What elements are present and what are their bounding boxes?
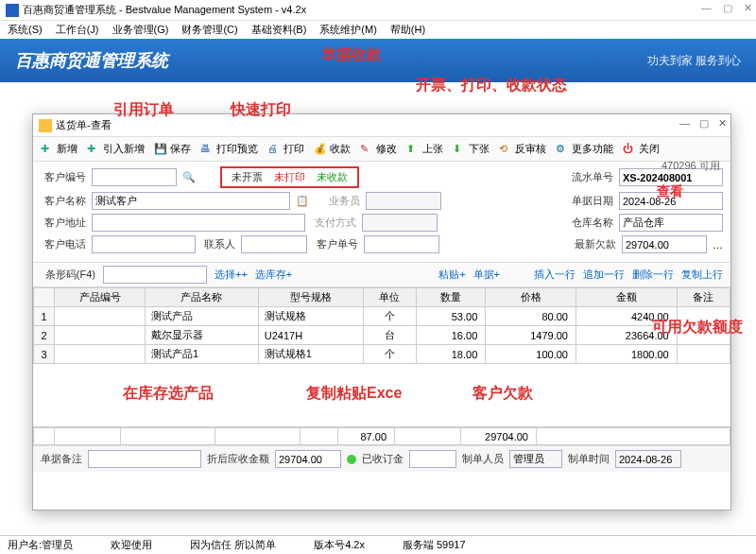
single-link[interactable]: 单据+ [473,268,500,282]
dialog-icon [39,119,52,132]
deposit-label: 已收订金 [362,452,404,466]
cust-code-input[interactable] [92,168,177,186]
lookup-icon[interactable]: 🔍 [182,171,196,183]
banner-title: 百惠商贸通管理系统 [15,49,168,72]
dialog-close-icon[interactable]: ✕ [718,117,727,130]
pay-method-input [362,214,438,232]
contact-label: 联系人 [201,237,235,251]
cust-name-input[interactable] [92,192,290,210]
paste-link[interactable]: 粘贴+ [438,268,465,282]
warehouse-label: 仓库名称 [568,216,613,230]
next-button[interactable]: ⬇下张 [453,142,490,156]
totals-row: 87.00 29704.00 [33,427,730,445]
maker-input [509,450,562,468]
menu-help[interactable]: 帮助(H) [390,23,425,37]
make-time-label: 制单时间 [568,452,610,466]
status-dot-icon [347,455,356,464]
cust-order-label: 客户单号 [313,237,358,251]
doc-no-label: 流水单号 [568,170,613,184]
table-row[interactable]: 1测试产品测试规格个53.0080.004240.00 [34,307,730,326]
minimize-icon[interactable]: — [701,2,712,14]
barcode-label: 条形码(F4) [41,268,95,282]
close-icon[interactable]: ✕ [744,2,752,14]
insert-row-link[interactable]: 插入一行 [534,268,576,282]
new-ref-button[interactable]: ✚引入新增 [87,142,145,156]
edit-button[interactable]: ✎修改 [360,142,397,156]
pay-method-label: 支付方式 [311,216,356,230]
status-paid: 未收款 [317,170,348,184]
menu-maint[interactable]: 系统维护(M) [319,23,377,37]
save-button[interactable]: 💾保存 [154,142,191,156]
print-button[interactable]: 🖨打印 [267,142,304,156]
menu-business[interactable]: 业务管理(G) [112,23,169,37]
dialog-toolbar: ✚新增 ✚引入新增 💾保存 🖶打印预览 🖨打印 💰收款 ✎修改 ⬆上张 ⬇下张 … [33,137,730,162]
dialog-minimize-icon[interactable]: — [679,117,690,130]
remark-label: 单据备注 [41,452,82,466]
status-invoice: 未开票 [232,170,263,184]
menu-workbench[interactable]: 工作台(J) [56,23,99,37]
cust-code-label: 客户编号 [41,170,86,184]
doc-date-label: 单据日期 [568,194,613,208]
cust-addr-label: 客户地址 [41,216,86,230]
table-row[interactable]: 3测试产品1测试规格1个18.00100.001800.00 [34,345,730,364]
make-time-input [615,450,681,468]
close-button[interactable]: ⏻关闭 [623,142,660,156]
prev-button[interactable]: ⬆上张 [406,142,443,156]
menu-finance[interactable]: 财务管理(C) [181,23,237,37]
discount-input[interactable] [275,450,341,468]
dialog-footer: 单据备注 折后应收金额 已收订金 制单人员 制单时间 [33,445,730,472]
copy-row-link[interactable]: 复制上行 [681,268,723,282]
menu-system[interactable]: 系统(S) [8,23,43,37]
doc-date-input[interactable] [619,192,723,210]
contact-input[interactable] [241,235,307,253]
discount-label: 折后应收金额 [207,452,269,466]
print-preview-button[interactable]: 🖶打印预览 [200,142,258,156]
lookup-icon-2[interactable]: 📋 [296,195,309,207]
maker-label: 制单人员 [462,452,504,466]
collect-button[interactable]: 💰收款 [314,142,351,156]
cust-phone-input[interactable] [92,235,196,253]
deposit-input[interactable] [409,450,456,468]
delivery-dialog: 送货单-查看 — ▢ ✕ ✚新增 ✚引入新增 💾保存 🖶打印预览 🖨打印 💰收款… [32,113,731,511]
sales-label: 业务员 [315,194,360,208]
status-print: 未打印 [274,170,305,184]
table-row[interactable]: 2戴尔显示器U2417H台16.001479.0023664.00 [34,326,730,345]
items-grid[interactable]: 产品编号产品名称型号规格单位数量价格金额备注 1测试产品测试规格个53.0080… [33,287,730,364]
latest-debt-label: 最新欠款 [571,237,616,251]
remark-input[interactable] [88,450,201,468]
dialog-title: 送货单-查看 [56,118,112,132]
app-icon [6,4,19,17]
cust-name-label: 客户名称 [41,194,86,208]
new-button[interactable]: ✚新增 [41,142,77,156]
warehouse-input[interactable] [619,214,723,232]
select-stock-link[interactable]: 选库存+ [255,268,292,282]
main-title: 百惠商贸通管理系统 - Bestvalue Management System … [23,3,306,17]
more-dots-icon[interactable]: … [713,239,723,251]
cust-order-input[interactable] [364,235,439,253]
main-titlebar: 百惠商贸通管理系统 - Bestvalue Management System … [0,0,756,21]
sales-input [366,192,441,210]
maximize-icon[interactable]: ▢ [723,2,732,14]
banner-slogan: 功夫到家 服务到心 [647,53,741,69]
banner: 百惠商贸通管理系统 功夫到家 服务到心 [0,39,756,82]
cust-addr-input[interactable] [92,214,305,232]
status-box: 未开票 未打印 未收款 [220,166,359,188]
append-row-link[interactable]: 追加一行 [583,268,625,282]
main-menubar: 系统(S) 工作台(J) 业务管理(G) 财务管理(C) 基础资料(B) 系统维… [0,21,756,39]
cust-phone-label: 客户电话 [41,237,86,251]
doc-no-input[interactable] [619,168,723,186]
barcode-input[interactable] [103,266,207,284]
unreview-button[interactable]: ⟲反审核 [499,142,546,156]
select-pp-link[interactable]: 选择++ [215,268,248,282]
dialog-titlebar: 送货单-查看 — ▢ ✕ [33,114,730,137]
statusbar: 用户名:管理员 欢迎使用 因为信任 所以简单 版本号4.2x 服务端 59917 [0,535,756,554]
dialog-maximize-icon[interactable]: ▢ [699,117,709,130]
delete-row-link[interactable]: 删除一行 [632,268,674,282]
more-button[interactable]: ⚙更多功能 [556,142,613,156]
latest-debt-input[interactable] [622,235,707,253]
menu-basedata[interactable]: 基础资料(B) [251,23,307,37]
